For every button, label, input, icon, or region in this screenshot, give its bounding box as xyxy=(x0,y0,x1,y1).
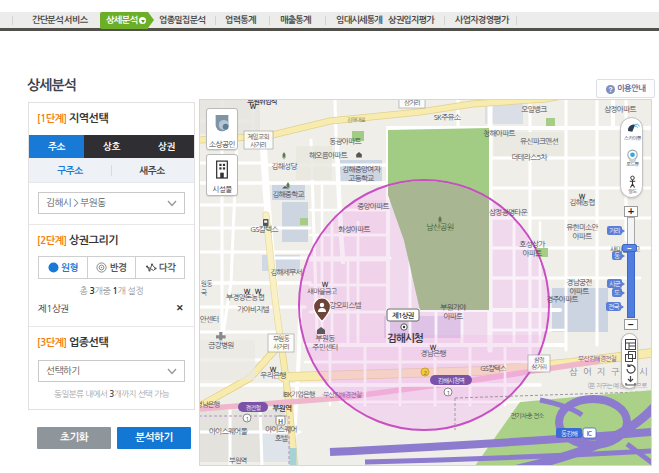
svg-text:치안센터: 치안센터 xyxy=(200,315,219,323)
svg-text:부원동: 부원동 xyxy=(273,335,290,342)
svg-text:금강병원: 금강병원 xyxy=(208,341,234,349)
svg-text:오일뱅크: 오일뱅크 xyxy=(521,105,547,113)
svg-text:청해아파트: 청해아파트 xyxy=(483,129,515,137)
svg-text:경주아파트: 경주아파트 xyxy=(546,295,578,303)
svg-text:더테라스5차: 더테라스5차 xyxy=(511,153,547,161)
svg-text:김해대로: 김해대로 xyxy=(347,117,365,123)
svg-text:동김해: 동김해 xyxy=(561,430,578,437)
svg-text:경남궁전: 경남궁전 xyxy=(566,278,592,286)
svg-text:호텔: 호텔 xyxy=(275,434,288,442)
svg-text:유신파크맨션: 유신파크맨션 xyxy=(520,137,559,145)
svg-text:김해성당: 김해성당 xyxy=(271,162,298,170)
svg-text:사거리: 사거리 xyxy=(273,343,289,350)
svg-text:경남은행: 경남은행 xyxy=(420,349,446,357)
svg-text:유한미소안: 유한미소안 xyxy=(566,223,598,231)
svg-text:삼정아파트: 삼정아파트 xyxy=(604,105,636,113)
svg-text:(본 지구는 예정공사 으로: (본 지구는 예정공사 으로 xyxy=(587,382,647,389)
svg-text:가야비지텔: 가야비지텔 xyxy=(237,305,269,313)
svg-text:Ｗ: Ｗ xyxy=(250,103,257,110)
svg-text:김해중앙여자: 김해중앙여자 xyxy=(342,165,381,173)
svg-text:화성아파트: 화성아파트 xyxy=(338,225,370,233)
svg-text:삼거리: 삼거리 xyxy=(532,364,547,370)
svg-text:삼정광명타운: 삼정광명타운 xyxy=(489,208,528,216)
svg-text:아파트: 아파트 xyxy=(443,312,463,320)
svg-text:주민센터: 주민센터 xyxy=(312,343,338,351)
svg-text:IBK기업은행: IBK기업은행 xyxy=(283,391,315,398)
svg-text:부원역: 부원역 xyxy=(272,404,291,412)
svg-text:아파트: 아파트 xyxy=(569,287,589,295)
svg-text:아이스퀘어: 아이스퀘어 xyxy=(265,425,297,433)
svg-text:동광아파트: 동광아파트 xyxy=(329,137,361,145)
svg-text:삼거리: 삼거리 xyxy=(404,100,420,106)
svg-text:·부산김해경전철: ·부산김해경전철 xyxy=(322,391,362,398)
svg-text:전기차충 전소: 전기차충 전소 xyxy=(510,412,544,419)
svg-text:부원동: 부원동 xyxy=(315,334,335,342)
svg-text:부산김해경전철: 부산김해경전철 xyxy=(578,355,616,362)
svg-text:부원역: 부원역 xyxy=(229,457,247,464)
svg-text:Ｗ: Ｗ xyxy=(322,281,329,288)
svg-text:김해중학교: 김해중학교 xyxy=(272,190,304,198)
svg-text:고등학교: 고등학교 xyxy=(348,174,374,182)
svg-text:호성상가: 호성상가 xyxy=(519,240,545,248)
svg-text:우리은행: 우리은행 xyxy=(260,371,286,379)
svg-text:1: 1 xyxy=(447,390,450,396)
svg-text:삼 어 지 구 도 시 개: 삼 어 지 구 도 시 개 xyxy=(569,367,651,376)
svg-text:김해농협: 김해농협 xyxy=(569,198,595,206)
svg-text:경남은행: 경남은행 xyxy=(200,401,220,408)
svg-text:강오피스텔: 강오피스텔 xyxy=(329,301,361,309)
svg-text:삼정: 삼정 xyxy=(534,357,544,363)
svg-text:남산공원: 남산공원 xyxy=(426,223,453,231)
svg-text:김해세무서: 김해세무서 xyxy=(270,268,302,276)
svg-text:김해시청: 김해시청 xyxy=(387,332,423,344)
svg-text:해오름아파트: 해오름아파트 xyxy=(309,151,348,159)
svg-text:새마을금고: 새마을금고 xyxy=(307,288,338,295)
svg-text:부원가야: 부원가야 xyxy=(440,303,466,311)
svg-text:제일교회: 제일교회 xyxy=(247,133,269,140)
svg-text:원동: 원동 xyxy=(201,280,212,287)
svg-text:중앙아파트: 중앙아파트 xyxy=(357,202,389,210)
svg-text:경전철: 경전철 xyxy=(246,405,261,411)
svg-text:아파트: 아파트 xyxy=(572,232,592,240)
svg-text:GS칼텍스: GS칼텍스 xyxy=(480,365,507,372)
svg-text:김해시청역: 김해시청역 xyxy=(437,377,464,384)
svg-text:제1상권: 제1상권 xyxy=(392,311,414,319)
svg-text:국: 국 xyxy=(201,289,207,296)
svg-text:사거리: 사거리 xyxy=(250,141,266,148)
svg-text:H: H xyxy=(278,418,283,425)
svg-text:부경양돈농협: 부경양돈농협 xyxy=(226,293,265,301)
svg-text:아파트: 아파트 xyxy=(522,249,542,257)
svg-text:아이스퀘어몰: 아이스퀘어몰 xyxy=(209,427,248,435)
svg-text:1: 1 xyxy=(246,416,249,422)
svg-text:SK주유소: SK주유소 xyxy=(434,114,461,121)
svg-text:GS칼텍스: GS칼텍스 xyxy=(250,225,278,233)
